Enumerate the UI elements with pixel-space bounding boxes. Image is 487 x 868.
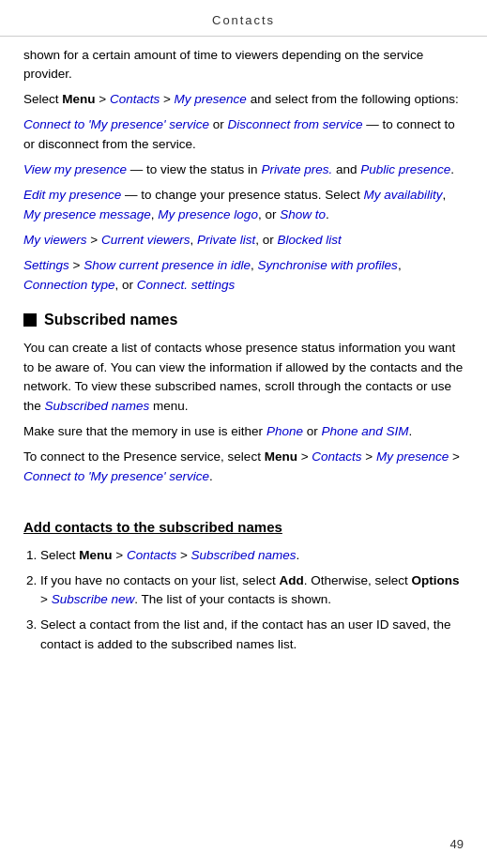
subscribed-names-link[interactable]: Subscribed names <box>45 399 150 413</box>
menu-link-2[interactable]: Menu <box>265 449 297 464</box>
contacts-link-2[interactable]: Contacts <box>312 449 361 464</box>
section-para-1-suffix: menu. <box>149 399 188 413</box>
menu-link-1[interactable]: Menu <box>62 92 95 106</box>
page-header: Contacts <box>0 0 487 37</box>
public-presence-link[interactable]: Public presence <box>360 162 450 176</box>
main-content: shown for a certain amount of time to vi… <box>0 46 487 701</box>
add-contacts-heading: Add contacts to the subscribed names <box>23 517 464 539</box>
private-pres-link[interactable]: Private pres. <box>261 162 332 176</box>
step2-subscribe-new-link[interactable]: Subscribe new <box>52 592 135 606</box>
intro-para-2: Select Menu > Contacts > My presence and… <box>23 90 464 110</box>
show-current-presence-link[interactable]: Show current presence in idle <box>84 258 251 272</box>
phone-link[interactable]: Phone <box>266 424 303 438</box>
step-2: If you have no contacts on your list, se… <box>40 571 464 611</box>
subscribed-names-section: Subscribed names <box>23 309 464 331</box>
steps-list: Select Menu > Contacts > Subscribed name… <box>23 546 464 656</box>
step-1: Select Menu > Contacts > Subscribed name… <box>40 546 464 566</box>
step-3: Select a contact from the list and, if t… <box>40 616 464 655</box>
settings-link[interactable]: Settings <box>23 258 69 272</box>
connect-service-link[interactable]: Connect to 'My presence' service <box>23 117 209 131</box>
connect-my-presence-link[interactable]: Connect to 'My presence' service <box>23 469 209 483</box>
my-presence-link-1[interactable]: My presence <box>175 92 247 106</box>
connect-settings-link[interactable]: Connect. settings <box>137 278 235 292</box>
step3-text: Select a contact from the list and, if t… <box>40 617 450 651</box>
item-my-viewers: My viewers > Current viewers, Private li… <box>23 231 464 251</box>
item-view-presence: View my presence — to view the status in… <box>23 160 464 180</box>
my-presence-logo-link[interactable]: My presence logo <box>158 207 258 221</box>
synchronise-profiles-link[interactable]: Synchronise with profiles <box>258 258 398 272</box>
disconnect-service-link[interactable]: Disconnect from service <box>228 117 363 131</box>
view-my-presence-link[interactable]: View my presence <box>23 162 127 176</box>
private-list-link[interactable]: Private list <box>197 233 255 247</box>
step2-add-link[interactable]: Add <box>279 573 303 587</box>
my-viewers-link[interactable]: My viewers <box>23 233 87 247</box>
intro-select-label: Select <box>23 92 62 106</box>
blocked-list-link[interactable]: Blocked list <box>278 233 342 247</box>
section-para-3: To connect to the Presence service, sele… <box>23 448 464 487</box>
my-presence-link-2[interactable]: My presence <box>376 449 449 464</box>
edit-my-presence-link[interactable]: Edit my presence <box>23 188 121 202</box>
phone-and-sim-link[interactable]: Phone and SIM <box>321 424 408 438</box>
section-para-2: Make sure that the memory in use is eith… <box>23 422 464 442</box>
step1-menu-link[interactable]: Menu <box>79 548 112 562</box>
header-title: Contacts <box>212 13 275 27</box>
intro-text-1: shown for a certain amount of time to vi… <box>23 48 423 82</box>
subsection-title: Add contacts to the subscribed names <box>23 519 282 535</box>
intro-para-1: shown for a certain amount of time to vi… <box>23 46 464 85</box>
contacts-link-1[interactable]: Contacts <box>110 92 160 106</box>
section-para-2-prefix: Make sure that the memory in use is eith… <box>23 424 266 438</box>
section-title: Subscribed names <box>44 309 177 331</box>
my-availability-link[interactable]: My availability <box>363 188 442 202</box>
step1-subscribed-names-link[interactable]: Subscribed names <box>191 548 297 562</box>
step1-contacts-link[interactable]: Contacts <box>127 548 176 562</box>
item-settings: Settings > Show current presence in idle… <box>23 256 464 296</box>
connection-type-link[interactable]: Connection type <box>23 278 115 292</box>
intro-para-2-suffix: and select from the following options: <box>247 92 459 106</box>
show-to-link[interactable]: Show to <box>280 207 326 221</box>
page-number: 49 <box>450 835 464 854</box>
section-para-3-prefix: To connect to the Presence service, sele… <box>23 449 265 464</box>
spacer <box>23 493 464 500</box>
item-edit-presence: Edit my presence — to change your presen… <box>23 186 464 225</box>
section-square-icon <box>23 313 37 327</box>
my-presence-message-link[interactable]: My presence message <box>23 207 151 221</box>
step2-options-link[interactable]: Options <box>411 573 459 587</box>
section-para-1: You can create a list of contacts whose … <box>23 339 464 418</box>
page-container: Contacts shown for a certain amount of t… <box>0 0 487 868</box>
item-connect: Connect to 'My presence' service or Disc… <box>23 115 464 155</box>
current-viewers-link[interactable]: Current viewers <box>101 233 190 247</box>
